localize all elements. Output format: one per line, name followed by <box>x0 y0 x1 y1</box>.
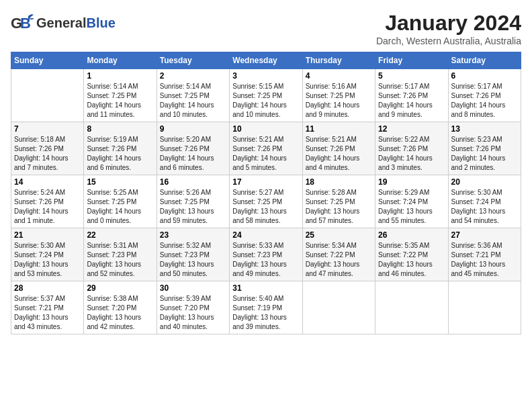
day-number: 5 <box>378 71 445 81</box>
logo-bird-icon: G B <box>11 11 35 35</box>
day-info: Sunrise: 5:22 AM Sunset: 7:26 PM Dayligh… <box>378 135 445 173</box>
day-info: Sunrise: 5:29 AM Sunset: 7:24 PM Dayligh… <box>378 188 445 226</box>
calendar-cell <box>375 281 448 334</box>
calendar-cell: 5Sunrise: 5:17 AM Sunset: 7:26 PM Daylig… <box>375 69 448 122</box>
calendar-cell: 21Sunrise: 5:30 AM Sunset: 7:24 PM Dayli… <box>11 228 84 281</box>
day-number: 13 <box>451 124 518 134</box>
day-info: Sunrise: 5:20 AM Sunset: 7:26 PM Dayligh… <box>160 135 226 173</box>
calendar-cell: 1Sunrise: 5:14 AM Sunset: 7:25 PM Daylig… <box>84 69 157 122</box>
day-info: Sunrise: 5:39 AM Sunset: 7:20 PM Dayligh… <box>160 294 226 332</box>
day-number: 25 <box>306 230 372 240</box>
day-info: Sunrise: 5:36 AM Sunset: 7:21 PM Dayligh… <box>451 241 518 279</box>
calendar-week-row: 1Sunrise: 5:14 AM Sunset: 7:25 PM Daylig… <box>11 69 521 122</box>
calendar-cell: 15Sunrise: 5:25 AM Sunset: 7:25 PM Dayli… <box>84 175 157 228</box>
day-info: Sunrise: 5:33 AM Sunset: 7:23 PM Dayligh… <box>232 241 299 279</box>
day-number: 1 <box>87 71 153 81</box>
page-header: G B GeneralBlue January 2024 Darch, West… <box>11 11 521 46</box>
calendar-cell: 27Sunrise: 5:36 AM Sunset: 7:21 PM Dayli… <box>448 228 521 281</box>
day-info: Sunrise: 5:23 AM Sunset: 7:26 PM Dayligh… <box>451 135 518 173</box>
calendar-cell <box>11 69 84 122</box>
day-info: Sunrise: 5:30 AM Sunset: 7:24 PM Dayligh… <box>451 188 518 226</box>
calendar-cell: 17Sunrise: 5:27 AM Sunset: 7:25 PM Dayli… <box>230 175 302 228</box>
calendar-cell: 3Sunrise: 5:15 AM Sunset: 7:25 PM Daylig… <box>230 69 302 122</box>
day-number: 4 <box>306 71 372 81</box>
day-number: 31 <box>232 283 299 293</box>
calendar-cell: 2Sunrise: 5:14 AM Sunset: 7:25 PM Daylig… <box>157 69 229 122</box>
day-number: 8 <box>87 124 153 134</box>
day-number: 19 <box>378 177 445 187</box>
day-info: Sunrise: 5:30 AM Sunset: 7:24 PM Dayligh… <box>14 241 81 279</box>
calendar-cell: 18Sunrise: 5:28 AM Sunset: 7:25 PM Dayli… <box>302 175 375 228</box>
day-info: Sunrise: 5:21 AM Sunset: 7:26 PM Dayligh… <box>232 135 299 173</box>
day-number: 29 <box>87 283 153 293</box>
day-info: Sunrise: 5:34 AM Sunset: 7:22 PM Dayligh… <box>306 241 372 279</box>
calendar-cell: 20Sunrise: 5:30 AM Sunset: 7:24 PM Dayli… <box>448 175 521 228</box>
day-number: 3 <box>232 71 299 81</box>
day-info: Sunrise: 5:18 AM Sunset: 7:26 PM Dayligh… <box>14 135 81 173</box>
month-title: January 2024 <box>376 11 521 36</box>
day-info: Sunrise: 5:40 AM Sunset: 7:19 PM Dayligh… <box>232 294 299 332</box>
calendar-cell: 11Sunrise: 5:21 AM Sunset: 7:26 PM Dayli… <box>302 122 375 175</box>
day-number: 12 <box>378 124 445 134</box>
day-number: 22 <box>87 230 153 240</box>
day-number: 18 <box>306 177 372 187</box>
logo: G B GeneralBlue <box>11 11 116 35</box>
day-info: Sunrise: 5:37 AM Sunset: 7:21 PM Dayligh… <box>14 294 81 332</box>
day-info: Sunrise: 5:31 AM Sunset: 7:23 PM Dayligh… <box>87 241 153 279</box>
day-info: Sunrise: 5:21 AM Sunset: 7:26 PM Dayligh… <box>306 135 372 173</box>
day-number: 30 <box>160 283 226 293</box>
calendar-cell: 12Sunrise: 5:22 AM Sunset: 7:26 PM Dayli… <box>375 122 448 175</box>
logo-general-text: General <box>36 15 86 30</box>
day-info: Sunrise: 5:32 AM Sunset: 7:23 PM Dayligh… <box>160 241 226 279</box>
calendar-cell: 8Sunrise: 5:19 AM Sunset: 7:26 PM Daylig… <box>84 122 157 175</box>
weekday-header-saturday: Saturday <box>448 52 521 69</box>
day-number: 2 <box>160 71 226 81</box>
day-number: 20 <box>451 177 518 187</box>
calendar-week-row: 14Sunrise: 5:24 AM Sunset: 7:26 PM Dayli… <box>11 175 521 228</box>
weekday-header-sunday: Sunday <box>11 52 84 69</box>
calendar-cell: 23Sunrise: 5:32 AM Sunset: 7:23 PM Dayli… <box>157 228 229 281</box>
calendar-cell: 25Sunrise: 5:34 AM Sunset: 7:22 PM Dayli… <box>302 228 375 281</box>
calendar-week-row: 28Sunrise: 5:37 AM Sunset: 7:21 PM Dayli… <box>11 281 521 334</box>
calendar-cell: 28Sunrise: 5:37 AM Sunset: 7:21 PM Dayli… <box>11 281 84 334</box>
day-number: 28 <box>14 283 81 293</box>
calendar-cell: 7Sunrise: 5:18 AM Sunset: 7:26 PM Daylig… <box>11 122 84 175</box>
day-number: 17 <box>232 177 299 187</box>
day-info: Sunrise: 5:27 AM Sunset: 7:25 PM Dayligh… <box>232 188 299 226</box>
calendar-cell: 13Sunrise: 5:23 AM Sunset: 7:26 PM Dayli… <box>448 122 521 175</box>
day-number: 15 <box>87 177 153 187</box>
day-number: 14 <box>14 177 81 187</box>
day-info: Sunrise: 5:15 AM Sunset: 7:25 PM Dayligh… <box>232 82 299 120</box>
calendar-cell: 4Sunrise: 5:16 AM Sunset: 7:25 PM Daylig… <box>302 69 375 122</box>
calendar-cell: 19Sunrise: 5:29 AM Sunset: 7:24 PM Dayli… <box>375 175 448 228</box>
calendar-cell: 26Sunrise: 5:35 AM Sunset: 7:22 PM Dayli… <box>375 228 448 281</box>
day-number: 10 <box>232 124 299 134</box>
logo-blue-text: Blue <box>86 15 115 30</box>
day-info: Sunrise: 5:26 AM Sunset: 7:25 PM Dayligh… <box>160 188 226 226</box>
day-number: 23 <box>160 230 226 240</box>
calendar-week-row: 21Sunrise: 5:30 AM Sunset: 7:24 PM Dayli… <box>11 228 521 281</box>
day-info: Sunrise: 5:14 AM Sunset: 7:25 PM Dayligh… <box>160 82 226 120</box>
day-info: Sunrise: 5:25 AM Sunset: 7:25 PM Dayligh… <box>87 188 153 226</box>
calendar-cell: 10Sunrise: 5:21 AM Sunset: 7:26 PM Dayli… <box>230 122 302 175</box>
day-info: Sunrise: 5:17 AM Sunset: 7:26 PM Dayligh… <box>451 82 518 120</box>
location-text: Darch, Western Australia, Australia <box>376 36 521 46</box>
title-block: January 2024 Darch, Western Australia, A… <box>376 11 521 46</box>
day-number: 26 <box>378 230 445 240</box>
weekday-header-wednesday: Wednesday <box>230 52 302 69</box>
day-info: Sunrise: 5:35 AM Sunset: 7:22 PM Dayligh… <box>378 241 445 279</box>
calendar-cell: 30Sunrise: 5:39 AM Sunset: 7:20 PM Dayli… <box>157 281 229 334</box>
calendar-cell: 31Sunrise: 5:40 AM Sunset: 7:19 PM Dayli… <box>230 281 302 334</box>
weekday-header-thursday: Thursday <box>302 52 375 69</box>
calendar-cell: 22Sunrise: 5:31 AM Sunset: 7:23 PM Dayli… <box>84 228 157 281</box>
day-number: 21 <box>14 230 81 240</box>
day-info: Sunrise: 5:19 AM Sunset: 7:26 PM Dayligh… <box>87 135 153 173</box>
weekday-header-row: SundayMondayTuesdayWednesdayThursdayFrid… <box>11 52 521 69</box>
day-number: 27 <box>451 230 518 240</box>
calendar-cell: 16Sunrise: 5:26 AM Sunset: 7:25 PM Dayli… <box>157 175 229 228</box>
day-info: Sunrise: 5:14 AM Sunset: 7:25 PM Dayligh… <box>87 82 153 120</box>
calendar-cell: 29Sunrise: 5:38 AM Sunset: 7:20 PM Dayli… <box>84 281 157 334</box>
day-info: Sunrise: 5:24 AM Sunset: 7:26 PM Dayligh… <box>14 188 81 226</box>
calendar-table: SundayMondayTuesdayWednesdayThursdayFrid… <box>11 52 521 334</box>
day-number: 11 <box>306 124 372 134</box>
